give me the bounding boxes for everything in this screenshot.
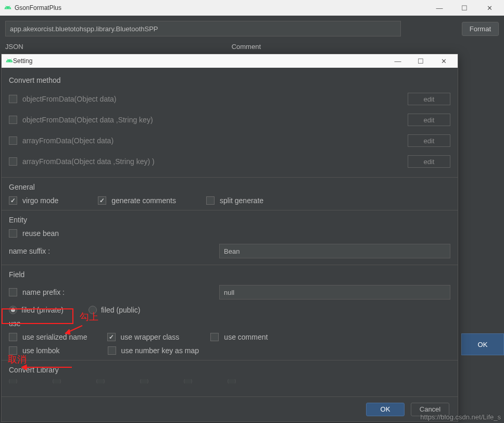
android-icon [6, 57, 13, 66]
dialog-maximize-button[interactable]: ☐ [411, 55, 431, 67]
lib-radio-5[interactable] [228, 379, 236, 383]
virgo-checkbox[interactable] [9, 196, 17, 205]
dialog-ok-button[interactable]: OK [366, 403, 405, 416]
method-checkbox-0[interactable] [9, 95, 17, 103]
use-lombok-label: use lombok [22, 346, 60, 355]
name-prefix-checkbox[interactable] [9, 288, 17, 296]
setting-dialog: Setting — ☐ ✕ Convert method objectFromD… [1, 54, 458, 422]
convert-method-row-0: objectFromData(Object data) edit [9, 89, 450, 109]
use-lombok-checkbox[interactable] [9, 346, 17, 355]
field-private-label: filed (private) [21, 306, 64, 314]
use-comment-checkbox[interactable] [210, 333, 219, 341]
tab-json[interactable]: JSON [5, 43, 23, 51]
convert-method-row-1: objectFromData(Object data ,String key) … [9, 109, 450, 130]
use-heading: use [9, 319, 450, 328]
lib-radio-2[interactable] [96, 379, 105, 383]
gen-comments-checkbox[interactable] [98, 196, 106, 205]
parent-titlebar: GsonFormatPlus — ☐ ✕ [0, 0, 504, 16]
name-prefix-label: name prefix : [22, 288, 65, 296]
tab-comment[interactable]: Comment [232, 43, 261, 51]
method-label: arrayFromData(Object data) [22, 136, 114, 145]
dialog-minimize-button[interactable]: — [388, 55, 408, 67]
split-gen-label: split generate [220, 196, 263, 205]
lib-radio-1[interactable] [53, 379, 61, 383]
lib-radio-3[interactable] [140, 379, 148, 383]
field-public-radio[interactable] [89, 306, 97, 314]
method-checkbox-2[interactable] [9, 136, 17, 145]
field-heading: Field [9, 270, 450, 279]
use-numberkey-label: use number key as map [121, 346, 199, 355]
edit-button-1[interactable]: edit [408, 114, 450, 126]
parent-title: GsonFormatPlus [15, 4, 61, 11]
convert-method-row-3: arrayFromData(Object data ,String key) )… [9, 151, 450, 172]
name-prefix-input[interactable] [219, 285, 450, 300]
watermark: https://blog.csdn.net/Life_s [420, 413, 501, 421]
minimize-button[interactable]: — [429, 1, 450, 15]
use-numberkey-checkbox[interactable] [108, 346, 116, 355]
use-wrapper-checkbox[interactable] [107, 333, 116, 341]
reuse-bean-label: reuse bean [22, 229, 59, 238]
dialog-body: Convert method objectFromData(Object dat… [2, 68, 458, 396]
dialog-title: Setting [13, 57, 32, 65]
use-comment-label: use comment [224, 333, 268, 341]
method-checkbox-3[interactable] [9, 157, 17, 166]
lib-radio-4[interactable] [184, 379, 192, 383]
lib-radio-0[interactable] [9, 379, 17, 383]
method-label: objectFromData(Object data) [22, 95, 117, 103]
annotation-quxiao: 取消 [8, 353, 27, 366]
split-gen-checkbox[interactable] [206, 196, 215, 205]
name-suffix-label: name suffix : [9, 247, 219, 255]
virgo-label: virgo mode [22, 196, 58, 205]
field-private-radio[interactable] [9, 306, 17, 314]
parent-ok-button[interactable]: OK [461, 333, 504, 355]
gen-comments-label: generate comments [111, 196, 176, 205]
path-input[interactable] [5, 21, 401, 36]
convert-method-heading: Convert method [9, 76, 450, 84]
use-serialized-checkbox[interactable] [9, 333, 17, 341]
method-checkbox-1[interactable] [9, 116, 17, 124]
dialog-footer: OK Cancel [2, 396, 458, 421]
edit-button-3[interactable]: edit [408, 155, 450, 168]
entity-heading: Entity [9, 216, 450, 224]
use-serialized-label: use serialized name [22, 333, 87, 341]
reuse-bean-checkbox[interactable] [9, 229, 17, 238]
edit-button-2[interactable]: edit [408, 134, 450, 147]
convert-method-row-2: arrayFromData(Object data) edit [9, 130, 450, 151]
dialog-close-button[interactable]: ✕ [434, 55, 453, 67]
method-label: arrayFromData(Object data ,String key) ) [22, 157, 155, 166]
maximize-button[interactable]: ☐ [454, 1, 475, 15]
edit-button-0[interactable]: edit [408, 93, 450, 105]
dialog-titlebar: Setting — ☐ ✕ [2, 54, 458, 68]
name-suffix-input[interactable] [219, 244, 450, 258]
convert-library-heading: Convert Library [9, 366, 450, 374]
use-wrapper-label: use wrapper class [121, 333, 180, 341]
method-label: objectFromData(Object data ,String key) [22, 116, 153, 124]
general-heading: General [9, 183, 450, 191]
close-button[interactable]: ✕ [479, 1, 500, 15]
android-icon [4, 4, 11, 13]
field-public-label: filed (public) [101, 306, 140, 314]
format-button[interactable]: Format [462, 22, 499, 36]
